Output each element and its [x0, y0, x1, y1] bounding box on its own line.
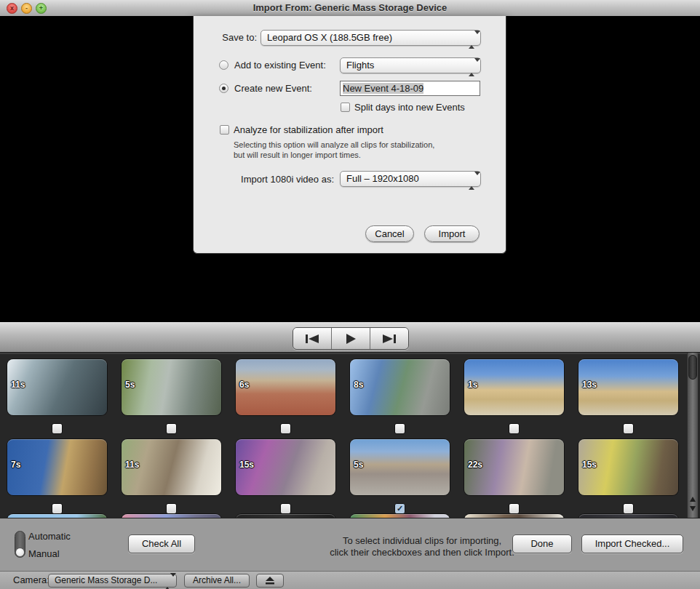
clip-checkbox[interactable]: [394, 423, 405, 434]
popup-stepper-icon: [469, 174, 477, 188]
title-bar: x - + Import From: Generic Mass Storage …: [0, 0, 700, 17]
cancel-button[interactable]: Cancel: [365, 225, 414, 242]
import-as-popup[interactable]: Full – 1920x1080: [340, 171, 481, 187]
clip-thumbnail[interactable]: 13s: [578, 359, 678, 415]
import-button[interactable]: Import: [424, 225, 480, 242]
clip-cell: 6s: [236, 359, 335, 415]
create-new-event-value: New Event 4-18-09: [343, 83, 423, 94]
create-new-label: Create new Event:: [234, 81, 312, 96]
automatic-label: Automatic: [28, 531, 71, 542]
clip-thumbnail[interactable]: 11s: [7, 359, 107, 415]
clip-cell: 5s✓: [350, 439, 450, 495]
manual-label: Manual: [28, 548, 60, 559]
skip-forward-icon: [382, 334, 397, 344]
clip-checkbox[interactable]: [52, 503, 63, 514]
clip-checkbox[interactable]: [509, 423, 520, 434]
clip-duration-badge: 1s: [468, 380, 477, 390]
next-clip-button[interactable]: [370, 328, 408, 349]
import-options-sheet: Save to: Leopard OS X (188.5GB free) Add…: [193, 16, 506, 254]
clip-checkbox[interactable]: ✓: [394, 503, 405, 514]
clip-thumbnail[interactable]: 22s: [464, 439, 564, 495]
popup-stepper-icon: [164, 576, 172, 588]
camera-label: Camera:: [13, 574, 49, 585]
scroll-up-icon[interactable]: [690, 497, 696, 502]
analyze-help-text: Selecting this option will analyze all c…: [234, 140, 488, 160]
analyze-checkbox[interactable]: [220, 125, 229, 135]
footer-bar: Automatic Manual Check All To select ind…: [0, 518, 700, 571]
previous-clip-button[interactable]: [293, 328, 331, 349]
clip-scrollbar[interactable]: [687, 353, 698, 518]
import-checked-button[interactable]: Import Checked...: [581, 534, 683, 553]
clip-thumbnail[interactable]: 11s: [122, 439, 221, 495]
clip-cell: 15s: [578, 439, 678, 495]
clip-thumbnail[interactable]: 15s: [578, 439, 678, 495]
clip-cell: 11s: [7, 359, 107, 415]
camera-popup[interactable]: Generic Mass Storage D...: [48, 574, 177, 588]
playback-bar: [0, 322, 700, 353]
import-as-label: Import 1080i video as:: [194, 172, 334, 187]
split-days-label: Split days into new Events: [354, 100, 465, 115]
clip-thumbnail[interactable]: 5s: [350, 439, 450, 495]
popup-stepper-icon: [469, 60, 477, 75]
clip-cell: 15s: [236, 439, 335, 495]
scroll-down-icon[interactable]: [690, 506, 696, 511]
clip-checkbox[interactable]: [166, 423, 177, 434]
done-button[interactable]: Done: [512, 534, 572, 553]
save-to-value: Leopard OS X (188.5GB free): [267, 32, 392, 43]
clip-checkbox[interactable]: [166, 503, 177, 514]
clip-checkbox[interactable]: [509, 503, 520, 514]
play-button[interactable]: [331, 328, 370, 349]
existing-event-value: Flights: [346, 60, 374, 71]
skip-back-icon: [305, 334, 319, 344]
clip-cell: 11s: [122, 439, 221, 495]
clip-checkbox[interactable]: [280, 503, 291, 514]
clip-grid: 11s5s6s8s1s13s7s11s15s5s✓22s15s: [0, 353, 700, 518]
clip-duration-badge: 5s: [125, 380, 135, 390]
clip-cell: 5s: [122, 359, 221, 415]
eject-button[interactable]: [256, 574, 284, 588]
popup-stepper-icon: [469, 33, 477, 47]
split-days-checkbox[interactable]: [341, 103, 350, 112]
clip-thumbnail[interactable]: 7s: [7, 439, 107, 495]
archive-all-button[interactable]: Archive All...: [184, 574, 250, 588]
clip-duration-badge: 15s: [582, 460, 597, 470]
mode-toggle[interactable]: [15, 531, 25, 558]
clip-thumbnail[interactable]: 6s: [236, 359, 335, 415]
clip-duration-badge: 13s: [582, 380, 597, 390]
save-to-popup[interactable]: Leopard OS X (188.5GB free): [260, 30, 481, 46]
clip-cell: 22s: [464, 439, 564, 495]
clip-thumbnail[interactable]: 1s: [464, 359, 564, 415]
clip-duration-badge: 7s: [11, 460, 20, 470]
create-new-event-input[interactable]: New Event 4-18-09: [340, 81, 480, 96]
clip-thumbnail[interactable]: 5s: [122, 359, 221, 415]
playback-controls: [293, 327, 409, 350]
clip-checkbox[interactable]: [623, 423, 634, 434]
camera-value: Generic Mass Storage D...: [55, 575, 157, 585]
clip-checkbox[interactable]: [623, 503, 634, 514]
clip-duration-badge: 5s: [354, 460, 363, 470]
clip-duration-badge: 11s: [125, 460, 139, 470]
clip-thumbnail[interactable]: 15s: [236, 439, 335, 495]
camera-bar: Camera: Generic Mass Storage D... Archiv…: [0, 571, 700, 589]
clip-checkbox[interactable]: [280, 423, 291, 434]
toggle-knob-icon: [15, 548, 25, 557]
clip-cell: 8s: [350, 359, 450, 415]
radio-create-new[interactable]: [219, 84, 228, 93]
existing-event-popup[interactable]: Flights: [340, 57, 481, 73]
clip-duration-badge: 8s: [354, 380, 363, 390]
check-all-button[interactable]: Check All: [128, 534, 195, 553]
play-icon: [345, 333, 357, 345]
clip-duration-badge: 22s: [468, 460, 482, 470]
clip-duration-badge: 6s: [239, 380, 249, 390]
radio-add-to-existing[interactable]: [219, 60, 228, 70]
clip-duration-badge: 15s: [239, 460, 254, 470]
analyze-label: Analyze for stabilization after import: [234, 123, 383, 137]
clip-checkbox[interactable]: [52, 423, 63, 434]
import-as-value: Full – 1920x1080: [346, 173, 419, 184]
clip-cell: 13s: [578, 359, 678, 415]
scrollbar-thumb[interactable]: [688, 355, 697, 380]
eject-icon: [265, 577, 275, 585]
save-to-label: Save to:: [194, 31, 257, 45]
clip-duration-badge: 11s: [11, 380, 25, 390]
clip-thumbnail[interactable]: 8s: [350, 359, 450, 415]
